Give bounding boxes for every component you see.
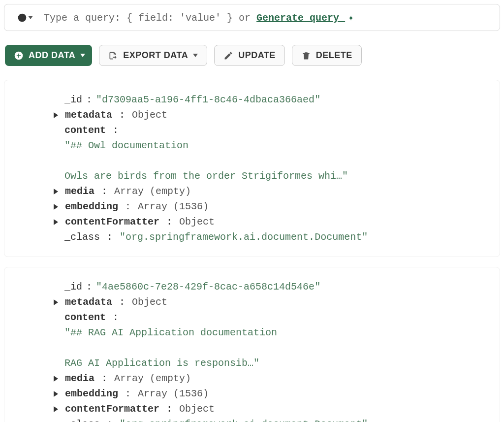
expand-icon[interactable] [54, 189, 58, 195]
field-class: _class : "org.springframework.ai.documen… [54, 229, 495, 245]
document-card[interactable]: _id: "4ae5860c-7e28-429f-8cac-a658c14d54… [4, 267, 500, 422]
field-contentformatter[interactable]: contentFormatter : Object [54, 214, 495, 229]
delete-label: DELETE [316, 50, 352, 61]
field-class: _class : "org.springframework.ai.documen… [54, 417, 495, 422]
pencil-icon [223, 51, 233, 61]
expand-icon[interactable] [54, 204, 58, 210]
expand-icon[interactable] [54, 112, 58, 118]
update-label: UPDATE [238, 50, 276, 61]
caret-down-icon [193, 54, 198, 57]
query-bar: Type a query: { field: 'value' } or Gene… [4, 4, 500, 31]
field-media[interactable]: media : Array (empty) [54, 184, 495, 199]
add-data-label: ADD DATA [29, 50, 75, 61]
field-media[interactable]: media : Array (empty) [54, 371, 495, 386]
expand-icon[interactable] [54, 219, 58, 225]
field-content: content : "## RAG AI Application documen… [54, 310, 495, 371]
query-history-trigger[interactable] [17, 13, 33, 23]
expand-icon[interactable] [54, 376, 58, 382]
export-icon [108, 51, 118, 61]
expand-icon[interactable] [54, 391, 58, 397]
field-contentformatter[interactable]: contentFormatter : Object [54, 401, 495, 417]
toolbar: ADD DATA EXPORT DATA UPDATE DELETE [4, 45, 500, 66]
expand-icon[interactable] [54, 406, 58, 412]
caret-down-icon [28, 16, 33, 19]
query-input[interactable]: Type a query: { field: 'value' } or Gene… [44, 11, 354, 24]
export-data-button[interactable]: EXPORT DATA [99, 45, 207, 66]
field-metadata[interactable]: metadata : Object [54, 107, 495, 123]
field-metadata[interactable]: metadata : Object [54, 294, 495, 310]
trash-icon [301, 51, 311, 61]
field-embedding[interactable]: embedding : Array (1536) [54, 386, 495, 401]
generate-query-link[interactable]: Generate query [256, 12, 345, 24]
caret-down-icon [80, 54, 85, 57]
document-card[interactable]: _id: "d7309aa5-a196-4ff1-8c46-4dbaca366a… [4, 80, 500, 257]
update-button[interactable]: UPDATE [214, 45, 285, 66]
field-embedding[interactable]: embedding : Array (1536) [54, 199, 495, 214]
field-id: _id: "d7309aa5-a196-4ff1-8c46-4dbaca366a… [54, 92, 495, 107]
add-data-button[interactable]: ADD DATA [5, 45, 92, 66]
delete-button[interactable]: DELETE [292, 45, 362, 66]
expand-icon[interactable] [54, 299, 58, 305]
plus-circle-icon [14, 51, 24, 61]
export-data-label: EXPORT DATA [123, 50, 188, 61]
field-content: content : "## Owl documentation Owls are… [54, 123, 495, 184]
sparkle-icon: ✦ [348, 11, 354, 24]
field-id: _id: "4ae5860c-7e28-429f-8cac-a658c14d54… [54, 279, 495, 294]
history-icon [17, 13, 27, 23]
